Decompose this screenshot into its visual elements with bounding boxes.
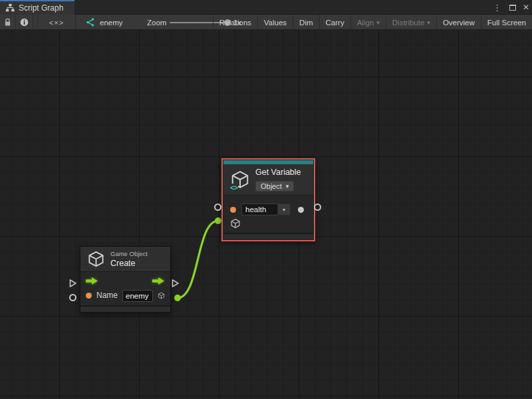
node-title: Get Variable xyxy=(255,168,301,177)
node-header[interactable]: Game Object Create xyxy=(80,247,170,271)
node-footer xyxy=(223,233,313,239)
toolbar-button-values[interactable]: Values xyxy=(257,15,293,30)
zoom-label: Zoom xyxy=(147,15,166,30)
graph-toolbar: <×> enemy Zoom 1x Relations xyxy=(0,15,532,30)
graph-name: enemy xyxy=(100,19,123,27)
get-variable-left-port[interactable] xyxy=(214,203,221,211)
code-preview-toggle[interactable]: <×> xyxy=(37,15,76,30)
value-output-port-dot[interactable] xyxy=(298,207,304,213)
info-circle-icon xyxy=(20,18,29,27)
toolbar-button-align: Align ▾ xyxy=(350,15,386,30)
variable-name-input-port-dot[interactable] xyxy=(230,207,236,213)
create-flow-input-port[interactable] xyxy=(68,279,77,288)
gameobject-input-cube-icon[interactable] xyxy=(230,218,241,229)
info-button[interactable] xyxy=(16,15,33,30)
window-menu-icon[interactable]: ⋮ xyxy=(491,3,503,13)
chevron-down-icon: ▾ xyxy=(286,183,289,190)
graph-canvas[interactable]: Game Object Create Name xyxy=(0,30,532,399)
value-connection-wire[interactable] xyxy=(178,221,218,298)
lock-button[interactable] xyxy=(0,15,16,30)
param-label: Name xyxy=(96,291,118,300)
padlock-icon xyxy=(4,18,11,27)
gameobject-output-cube-icon[interactable] xyxy=(158,290,165,301)
connection-endpoint-source[interactable] xyxy=(174,295,181,301)
chevron-down-icon: ▾ xyxy=(376,19,380,26)
toolbar-button-carry[interactable]: Carry xyxy=(319,15,350,30)
name-input[interactable] xyxy=(122,290,153,302)
get-variable-right-port[interactable] xyxy=(314,203,321,211)
code-toggle-icon: <×> xyxy=(49,19,64,27)
close-icon[interactable]: ✕ xyxy=(523,3,529,12)
create-name-input-port[interactable] xyxy=(69,294,76,301)
flow-output-arrow-icon[interactable] xyxy=(152,277,165,285)
node-header[interactable]: <> Get Variable Object ▾ xyxy=(223,164,313,195)
toolbar-button-relations[interactable]: Relations xyxy=(213,15,257,30)
connection-endpoint-target[interactable] xyxy=(215,217,221,224)
title-bar: Script Graph ⋮ ✕ xyxy=(0,0,532,15)
node-footer xyxy=(80,305,170,312)
tab-title: Script Graph xyxy=(19,3,63,13)
create-flow-output-port[interactable] xyxy=(171,279,180,288)
graph-hierarchy-icon xyxy=(5,3,15,13)
node-category: Game Object xyxy=(110,250,148,257)
variable-scope-dropdown[interactable]: Object ▾ xyxy=(255,181,294,192)
current-graph-button[interactable]: enemy xyxy=(85,15,123,30)
value-input-port-dot[interactable] xyxy=(86,293,92,299)
chevron-down-icon: ▾ xyxy=(427,19,430,26)
script-graph-window: Script Graph ⋮ ✕ <×> xyxy=(0,0,532,399)
flow-input-arrow-icon[interactable] xyxy=(86,277,98,285)
variable-name-input[interactable] xyxy=(241,203,277,215)
script-graph-asset-icon xyxy=(85,17,95,27)
node-game-object-create[interactable]: Game Object Create Name xyxy=(80,246,171,313)
variable-code-icon: <> xyxy=(229,184,238,192)
toolbar-button-dim[interactable]: Dim xyxy=(293,15,319,30)
toolbar-button-overview[interactable]: Overview xyxy=(436,15,481,30)
node-get-variable[interactable]: <> Get Variable Object ▾ ▾ xyxy=(221,158,315,241)
toolbar-button-fullscreen[interactable]: Full Screen xyxy=(481,15,532,30)
game-object-cube-icon xyxy=(87,250,105,268)
toolbar-button-distribute: Distribute ▾ xyxy=(386,15,436,30)
tab-script-graph[interactable]: Script Graph xyxy=(0,0,74,15)
variable-name-dropdown[interactable]: ▾ xyxy=(277,203,291,215)
maximize-icon[interactable] xyxy=(509,5,516,11)
node-title: Create xyxy=(110,259,148,268)
